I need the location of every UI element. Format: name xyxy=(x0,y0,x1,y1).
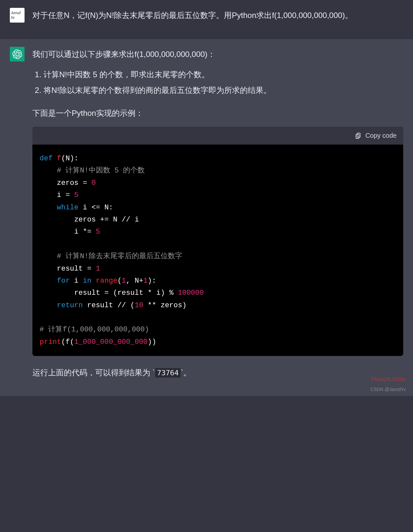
code-block: Copy code def f(N): # 计算N!中因数 5 的个数 zero… xyxy=(32,127,403,356)
code-header: Copy code xyxy=(32,127,403,145)
copy-code-button[interactable]: Copy code xyxy=(355,130,397,141)
step-item: 将N!除以末尾零的个数得到的商的最后五位数字即为所求的结果。 xyxy=(44,83,403,97)
copy-code-label: Copy code xyxy=(365,130,397,141)
clipboard-icon xyxy=(355,132,362,139)
code-intro-text: 下面是一个Python实现的示例： xyxy=(32,106,403,120)
result-value: 73764 xyxy=(155,368,181,378)
assistant-message-content: 我们可以通过以下步骤来求出f(1,000,000,000,000)： 计算N!中… xyxy=(32,47,403,386)
user-message-text: 对于任意N，记f(N)为N!除去末尾零后的最后五位数字。用Python求出f(1… xyxy=(32,9,403,22)
user-avatar: Jarod Yv xyxy=(10,8,25,23)
code-body: def f(N): # 计算N!中因数 5 的个数 zeros = 0 i = … xyxy=(32,145,403,356)
steps-list: 计算N!中因数 5 的个数，即求出末尾零的个数。 将N!除以末尾零的个数得到的商… xyxy=(32,68,403,97)
user-message-row: Jarod Yv 对于任意N，记f(N)为N!除去末尾零后的最后五位数字。用Py… xyxy=(0,0,413,39)
watermark-author: CSDN @JarodYv xyxy=(370,387,406,392)
openai-logo-icon xyxy=(12,49,22,59)
user-message-content: 对于任意N，记f(N)为N!除去末尾零后的最后五位数字。用Python求出f(1… xyxy=(32,8,403,29)
watermark-site: Yuucn.com xyxy=(371,375,406,383)
assistant-avatar xyxy=(10,47,25,62)
outro-text: 运行上面的代码，可以得到结果为 `73764`。 xyxy=(32,366,403,380)
assistant-message-row: 我们可以通过以下步骤来求出f(1,000,000,000,000)： 计算N!中… xyxy=(0,39,413,396)
step-item: 计算N!中因数 5 的个数，即求出末尾零的个数。 xyxy=(44,68,403,81)
assistant-intro-text: 我们可以通过以下步骤来求出f(1,000,000,000,000)： xyxy=(32,47,403,61)
